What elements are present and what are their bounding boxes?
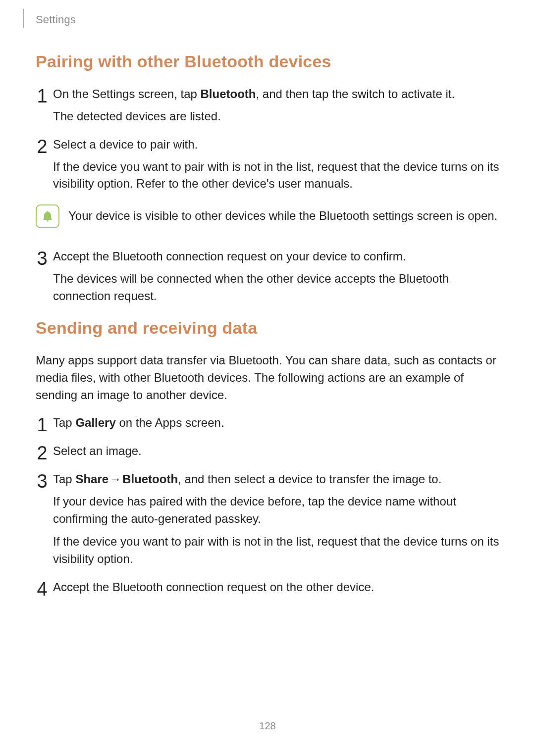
text-fragment: , and then tap the switch to activate it… (256, 87, 455, 101)
bold-bluetooth: Bluetooth (201, 87, 256, 101)
step-b2: Select an image. (36, 443, 499, 460)
bold-bluetooth-2: Bluetooth (122, 472, 178, 486)
section-title-sending: Sending and receiving data (36, 316, 499, 340)
text-fragment: , and then select a device to transfer t… (178, 472, 441, 486)
step-b1-text: Tap Gallery on the Apps screen. (53, 414, 499, 432)
text-fragment: On the Settings screen, tap (53, 87, 201, 101)
page-number: 128 (0, 719, 535, 733)
section-intro: Many apps support data transfer via Blue… (36, 352, 499, 403)
breadcrumb: Settings (36, 12, 76, 28)
step-3-sub: The devices will be connected when the o… (53, 270, 499, 305)
step-b3-text: Tap Share → Bluetooth, and then select a… (53, 471, 499, 488)
note-text: Your device is visible to other devices … (68, 203, 499, 225)
step-b4-text: Accept the Bluetooth connection request … (53, 579, 499, 596)
step-1: On the Settings screen, tap Bluetooth, a… (36, 86, 499, 125)
step-b3-sub2: If the device you want to pair with is n… (53, 533, 499, 568)
bold-share: Share (75, 472, 108, 486)
note-box: Your device is visible to other devices … (36, 203, 499, 228)
text-fragment: Tap (53, 472, 75, 486)
section-title-pairing: Pairing with other Bluetooth devices (36, 50, 499, 74)
text-fragment: on the Apps screen. (116, 416, 224, 429)
step-2: Select a device to pair with. If the dev… (36, 136, 499, 193)
step-b2-text: Select an image. (53, 443, 499, 460)
header-divider (23, 9, 24, 28)
steps-list-pairing-cont: Accept the Bluetooth connection request … (36, 248, 499, 304)
step-2-text: Select a device to pair with. (53, 136, 499, 153)
text-fragment: Tap (53, 416, 75, 429)
step-b3-sub1: If your device has paired with the devic… (53, 493, 499, 528)
step-1-sub: The detected devices are listed. (53, 108, 499, 125)
bold-gallery: Gallery (75, 416, 115, 429)
step-3-text: Accept the Bluetooth connection request … (53, 248, 499, 265)
step-1-text: On the Settings screen, tap Bluetooth, a… (53, 86, 499, 103)
bell-icon (36, 204, 59, 228)
steps-list-pairing: On the Settings screen, tap Bluetooth, a… (36, 86, 499, 193)
page: Settings Pairing with other Bluetooth de… (0, 0, 535, 756)
step-2-sub: If the device you want to pair with is n… (53, 158, 499, 193)
step-b4: Accept the Bluetooth connection request … (36, 579, 499, 596)
arrow-icon: → (108, 471, 122, 488)
header: Settings (36, 0, 499, 37)
step-b3: Tap Share → Bluetooth, and then select a… (36, 471, 499, 568)
step-3: Accept the Bluetooth connection request … (36, 248, 499, 304)
step-b1: Tap Gallery on the Apps screen. (36, 414, 499, 432)
steps-list-sending: Tap Gallery on the Apps screen. Select a… (36, 414, 499, 596)
